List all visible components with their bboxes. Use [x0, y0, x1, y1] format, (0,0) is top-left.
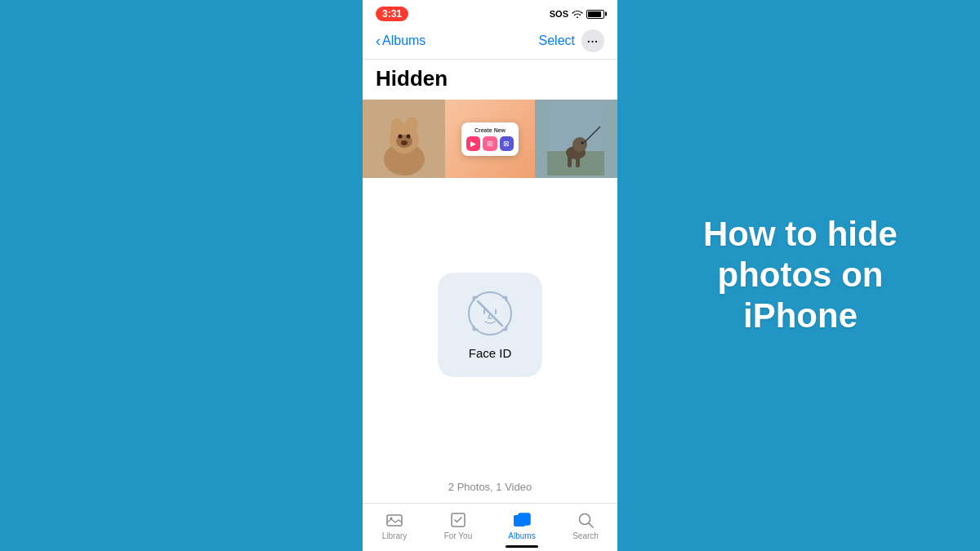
back-button[interactable]: ‹ Albums [376, 33, 425, 48]
tab-albums-label: Albums [508, 531, 535, 540]
photo-grid: Create New ▶ ⊞ ⊠ [363, 100, 617, 178]
status-time: 3:31 [376, 7, 408, 21]
svg-point-5 [398, 135, 402, 139]
tab-bar: Library For You [363, 503, 617, 551]
create-icon-photo: ⊞ [483, 136, 497, 151]
back-chevron-icon: ‹ [376, 33, 381, 48]
library-icon [385, 510, 404, 530]
iphone-screen: 3:31 SOS ‹ Albums S [363, 0, 617, 551]
battery-icon [586, 10, 604, 19]
search-icon [576, 510, 595, 530]
wifi-icon [572, 10, 583, 18]
svg-point-6 [406, 135, 410, 139]
heading-line1: How to hide [703, 215, 898, 253]
photo-cell-2[interactable]: Create New ▶ ⊞ ⊠ [445, 100, 534, 178]
create-new-icons: ▶ ⊞ ⊠ [466, 136, 514, 151]
nav-bar: ‹ Albums Select ··· [363, 24, 617, 60]
create-new-title: Create New [466, 127, 514, 133]
svg-line-27 [589, 523, 593, 527]
photos-count: 2 Photos, 1 Video [363, 471, 617, 503]
svg-point-11 [572, 137, 587, 152]
status-right-icons: SOS [550, 9, 604, 19]
select-button[interactable]: Select [539, 33, 575, 48]
face-id-card[interactable]: Face ID [438, 273, 542, 377]
back-label: Albums [382, 33, 425, 48]
svg-point-15 [581, 142, 584, 144]
for-you-icon [448, 510, 468, 530]
photo-cell-3[interactable] [535, 100, 617, 178]
tab-search-label: Search [572, 531, 599, 540]
tab-library[interactable]: Library [363, 510, 426, 548]
dog-photo-1 [376, 102, 433, 176]
create-icon-video: ▶ [466, 136, 480, 151]
more-button[interactable]: ··· [581, 29, 604, 52]
tab-active-indicator [506, 545, 538, 548]
sos-text: SOS [550, 9, 568, 19]
svg-rect-13 [576, 155, 580, 167]
tab-search[interactable]: Search [554, 510, 617, 548]
status-bar: 3:31 SOS [363, 0, 617, 24]
page-title: Hidden [363, 60, 617, 100]
face-id-icon [466, 289, 514, 338]
create-new-card: Create New ▶ ⊞ ⊠ [461, 122, 519, 156]
nav-actions: Select ··· [539, 29, 604, 52]
face-id-label: Face ID [469, 346, 512, 360]
svg-rect-12 [568, 155, 572, 167]
tab-albums[interactable]: Albums [490, 510, 554, 548]
photo-cell-1[interactable] [363, 100, 445, 178]
tab-for-you[interactable]: For You [426, 510, 490, 548]
tab-for-you-label: For You [444, 531, 472, 540]
iphone-frame: 3:31 SOS ‹ Albums S [359, 0, 621, 551]
dog-photo-2 [547, 102, 604, 176]
more-dots: ··· [587, 35, 599, 47]
face-id-section: Face ID [363, 178, 617, 471]
svg-point-7 [401, 140, 408, 145]
tab-library-label: Library [382, 531, 408, 540]
heading-line2: photos on iPhone [718, 256, 884, 335]
create-icon-shared: ⊠ [500, 136, 514, 151]
sidebar-heading: How to hide photos on iPhone [670, 214, 931, 337]
albums-icon [512, 510, 532, 530]
